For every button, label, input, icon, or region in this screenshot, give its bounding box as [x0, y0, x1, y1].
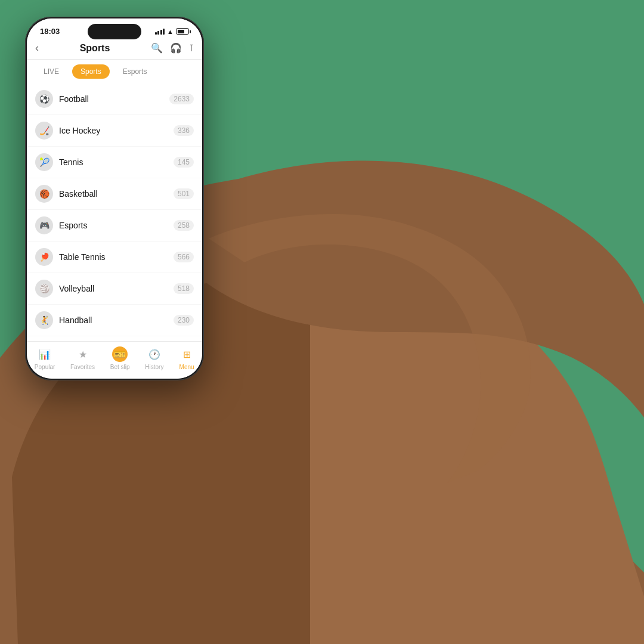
favorites-icon: ★: [75, 346, 91, 362]
tab-live[interactable]: LIVE: [35, 64, 67, 79]
nav-betslip-label: Bet slip: [110, 364, 130, 370]
app-header: ‹ Sports 🔍 🎧 ⊺: [27, 39, 202, 60]
sport-item-baseball[interactable]: ⚾ Baseball 18: [27, 336, 202, 341]
sport-item-football[interactable]: ⚽ Football 2633: [27, 83, 202, 114]
audio-icon[interactable]: 🎧: [170, 42, 182, 54]
sport-item-basketball[interactable]: 🏀 Basketball 501: [27, 178, 202, 209]
sport-name: Esports: [59, 221, 174, 230]
sports-list: ⚽ Football 2633 🏒 Ice Hockey 336 🎾 Tenni…: [27, 83, 202, 341]
sport-icon: 🎾: [35, 153, 53, 171]
sport-name: Tennis: [59, 157, 174, 167]
header-title: Sports: [80, 43, 110, 54]
tab-esports[interactable]: Esports: [114, 64, 156, 79]
sport-item-esports[interactable]: 🎮 Esports 258: [27, 210, 202, 241]
battery-fill: [178, 30, 185, 33]
betslip-icon: 🎫: [112, 346, 128, 362]
sport-name: Volleyball: [59, 284, 174, 293]
sport-icon: 🏐: [35, 280, 53, 298]
nav-betslip[interactable]: 🎫 Bet slip: [110, 346, 130, 370]
sport-icon: 🏒: [35, 122, 53, 140]
header-actions: 🔍 🎧 ⊺: [151, 42, 194, 54]
back-button[interactable]: ‹: [35, 42, 39, 54]
nav-menu[interactable]: ⊞ Menu: [179, 346, 194, 370]
nav-history[interactable]: 🕐 History: [145, 346, 163, 370]
sport-name: Handball: [59, 315, 174, 325]
sport-icon: ⚽: [35, 90, 53, 108]
sport-icon: 🎮: [35, 216, 53, 234]
sport-count: 501: [174, 188, 194, 199]
nav-popular[interactable]: 📊 Popular: [35, 346, 55, 370]
sport-count: 145: [174, 157, 194, 168]
dynamic-island: [88, 24, 141, 39]
nav-history-label: History: [145, 364, 163, 370]
battery-icon: [176, 28, 189, 35]
status-time: 18:03: [40, 27, 60, 36]
sport-item-table-tennis[interactable]: 🏓 Table Tennis 566: [27, 242, 202, 273]
sport-item-ice-hockey[interactable]: 🏒 Ice Hockey 336: [27, 115, 202, 146]
sport-name: Ice Hockey: [59, 126, 174, 135]
sport-item-volleyball[interactable]: 🏐 Volleyball 518: [27, 273, 202, 304]
sport-count: 258: [174, 220, 194, 231]
wifi-icon: ▲: [167, 28, 174, 35]
popular-icon: 📊: [37, 346, 52, 362]
sport-icon: 🏓: [35, 248, 53, 266]
phone-screen: 18:03 ▲ ‹ Sports: [27, 18, 202, 379]
nav-favorites[interactable]: ★ Favorites: [70, 346, 95, 370]
signal-bars-icon: [155, 29, 165, 35]
sport-item-handball[interactable]: 🤾 Handball 230: [27, 305, 202, 336]
tab-bar: LIVE Sports Esports: [27, 60, 202, 83]
nav-menu-label: Menu: [179, 364, 194, 370]
sport-icon: 🤾: [35, 311, 53, 329]
sport-count: 2633: [169, 94, 194, 104]
menu-icon: ⊞: [179, 346, 194, 362]
phone-frame: 18:03 ▲ ‹ Sports: [25, 17, 204, 380]
nav-favorites-label: Favorites: [70, 364, 95, 370]
sport-name: Basketball: [59, 189, 174, 199]
filter-icon[interactable]: ⊺: [189, 42, 194, 54]
search-icon[interactable]: 🔍: [151, 42, 163, 54]
sport-item-tennis[interactable]: 🎾 Tennis 145: [27, 147, 202, 178]
tab-sports[interactable]: Sports: [72, 64, 110, 79]
bottom-nav: 📊 Popular ★ Favorites 🎫 Bet slip 🕐 Histo…: [27, 341, 202, 379]
sport-count: 566: [174, 252, 194, 262]
nav-popular-label: Popular: [35, 364, 55, 370]
sport-count: 518: [174, 283, 194, 294]
sport-name: Football: [59, 94, 169, 104]
sport-icon: 🏀: [35, 185, 53, 203]
sport-count: 336: [174, 125, 194, 136]
history-icon: 🕐: [147, 346, 162, 362]
sport-count: 230: [174, 315, 194, 326]
sport-name: Table Tennis: [59, 252, 174, 262]
phone-wrapper: 18:03 ▲ ‹ Sports: [25, 17, 204, 380]
status-icons: ▲: [155, 28, 189, 35]
